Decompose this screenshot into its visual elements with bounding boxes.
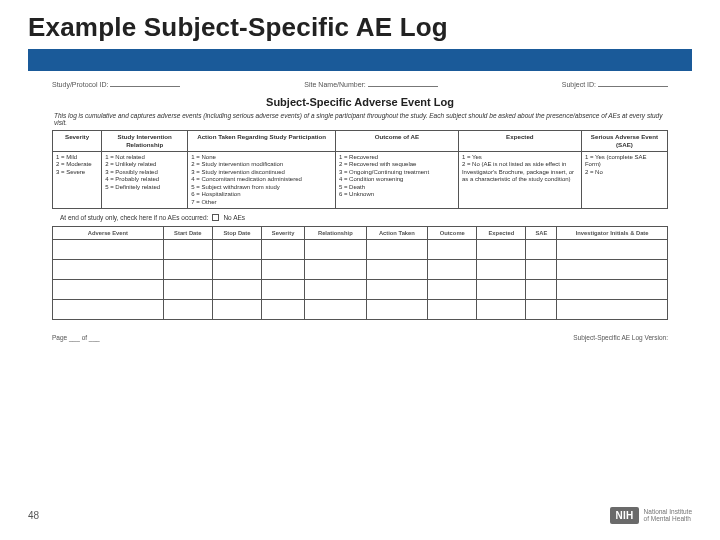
end-of-study-row: At end of study only, check here if no A… (52, 214, 668, 221)
intro-text: This log is cumulative and captures adve… (52, 112, 668, 126)
site-label: Site Name/Number: (304, 81, 365, 88)
study-id-field: Study/Protocol ID: (52, 79, 180, 88)
key-header-sae: Serious Adverse Event (SAE) (581, 131, 667, 152)
ae-log-document: Study/Protocol ID: Site Name/Number: Sub… (28, 79, 692, 341)
key-table: Severity Study Intervention Relationship… (52, 130, 668, 209)
no-ae-label: No AEs (223, 214, 245, 221)
log-header-action: Action Taken (366, 227, 428, 240)
key-cell-expected: 1 = Yes 2 = No (AE is not listed as side… (458, 151, 581, 209)
no-ae-checkbox (212, 214, 219, 221)
doc-footer: Page ___ of ___ Subject-Specific AE Log … (52, 334, 668, 341)
log-header-expected: Expected (477, 227, 526, 240)
key-header-outcome: Outcome of AE (335, 131, 458, 152)
log-header-initials: Investigator Initials & Date (557, 227, 668, 240)
key-header-severity: Severity (53, 131, 102, 152)
doc-header-row: Study/Protocol ID: Site Name/Number: Sub… (52, 79, 668, 88)
table-row (53, 280, 668, 300)
key-cell-action: 1 = None 2 = Study intervention modifica… (188, 151, 336, 209)
log-header-sae: SAE (526, 227, 557, 240)
table-row (53, 240, 668, 260)
key-cell-relationship: 1 = Not related 2 = Unlikely related 3 =… (102, 151, 188, 209)
end-of-study-label: At end of study only, check here if no A… (60, 214, 208, 221)
doc-page-indicator: Page ___ of ___ (52, 334, 100, 341)
log-header-start: Start Date (163, 227, 212, 240)
blank-line (110, 79, 180, 87)
blank-line (368, 79, 438, 87)
slide-footer: 48 NIH National Institute of Mental Heal… (28, 507, 692, 524)
nih-logo: NIH National Institute of Mental Health (610, 507, 692, 524)
key-header-action: Action Taken Regarding Study Participati… (188, 131, 336, 152)
blue-accent-bar (28, 49, 692, 71)
site-field: Site Name/Number: (304, 79, 437, 88)
key-header-expected: Expected (458, 131, 581, 152)
subject-id-field: Subject ID: (562, 79, 668, 88)
log-header-outcome: Outcome (428, 227, 477, 240)
key-header-relationship: Study Intervention Relationship (102, 131, 188, 152)
log-table: Adverse Event Start Date Stop Date Sever… (52, 226, 668, 320)
log-header-event: Adverse Event (53, 227, 164, 240)
key-cell-outcome: 1 = Recovered 2 = Recovered with sequela… (335, 151, 458, 209)
table-row (53, 300, 668, 320)
blank-line (598, 79, 668, 87)
subject-id-label: Subject ID: (562, 81, 596, 88)
nih-logo-box: NIH (610, 507, 638, 524)
doc-title: Subject-Specific Adverse Event Log (52, 96, 668, 108)
key-cell-severity: 1 = Mild 2 = Moderate 3 = Severe (53, 151, 102, 209)
doc-version-label: Subject-Specific AE Log Version: (573, 334, 668, 341)
nih-text-line2: of Mental Health (644, 516, 692, 523)
study-id-label: Study/Protocol ID: (52, 81, 108, 88)
log-header-relationship: Relationship (305, 227, 367, 240)
key-cell-sae: 1 = Yes (complete SAE Form) 2 = No (581, 151, 667, 209)
slide-page-number: 48 (28, 510, 39, 521)
table-row (53, 260, 668, 280)
nih-logo-text: National Institute of Mental Health (644, 509, 692, 523)
log-header-stop: Stop Date (212, 227, 261, 240)
slide-title: Example Subject-Specific AE Log (28, 12, 692, 43)
log-header-severity: Severity (262, 227, 305, 240)
